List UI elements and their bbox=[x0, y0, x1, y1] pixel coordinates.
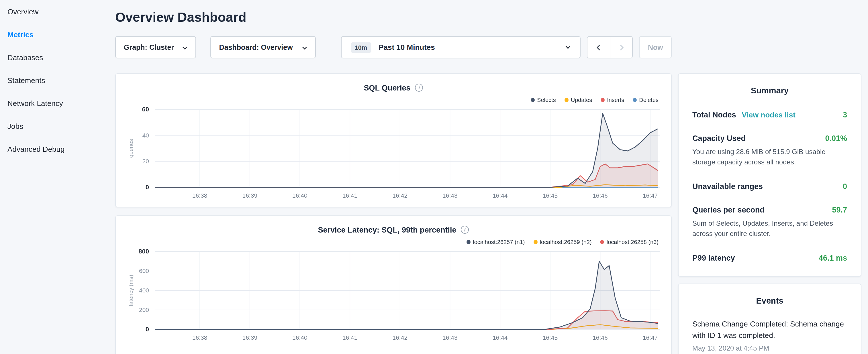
summary-description: Sum of Selects, Updates, Inserts, and De… bbox=[692, 218, 847, 239]
chart-title: SQL Queries bbox=[364, 83, 410, 92]
svg-text:16:39: 16:39 bbox=[242, 192, 258, 199]
svg-text:16:47: 16:47 bbox=[643, 192, 658, 199]
svg-text:16:40: 16:40 bbox=[292, 334, 308, 341]
chart-legend: localhost:26257 (n1)localhost:26259 (n2)… bbox=[125, 238, 658, 246]
info-icon[interactable]: i bbox=[461, 226, 469, 234]
chevron-down-icon bbox=[183, 43, 188, 51]
app-root: Overview Metrics Databases Statements Ne… bbox=[0, 0, 868, 354]
chart-canvas: 020040060080016:3816:3916:4016:4116:4216… bbox=[125, 247, 663, 345]
svg-text:200: 200 bbox=[139, 307, 149, 313]
summary-label: Capacity Used bbox=[692, 134, 746, 142]
svg-text:16:44: 16:44 bbox=[493, 334, 508, 341]
summary-description: You are using 28.6 MiB of 515.9 GiB usab… bbox=[692, 147, 847, 167]
summary-row-unavailable-ranges: Unavailable ranges 0 bbox=[692, 182, 847, 191]
sidebar-item-advanced-debug[interactable]: Advanced Debug bbox=[0, 137, 109, 160]
svg-text:16:46: 16:46 bbox=[593, 192, 608, 199]
events-title: Events bbox=[692, 296, 847, 306]
summary-label: P99 latency bbox=[692, 254, 735, 262]
chevron-down-icon bbox=[302, 43, 307, 51]
svg-text:0: 0 bbox=[146, 326, 149, 333]
legend-dot-icon bbox=[564, 98, 568, 102]
sidebar-item-label: Advanced Debug bbox=[7, 144, 65, 153]
time-forward-button[interactable] bbox=[610, 37, 632, 58]
dashboard-dropdown[interactable]: Dashboard: Overview bbox=[211, 36, 316, 58]
sidebar-item-jobs[interactable]: Jobs bbox=[0, 115, 109, 137]
summary-value: 46.1 ms bbox=[819, 254, 847, 262]
chart-title-row: SQL Queries i bbox=[125, 82, 662, 93]
time-range-selector[interactable]: 10m Past 10 Minutes bbox=[341, 36, 581, 58]
svg-text:16:40: 16:40 bbox=[292, 192, 308, 199]
summary-value: 0 bbox=[843, 182, 847, 191]
time-back-button[interactable] bbox=[587, 37, 610, 58]
sidebar-item-metrics[interactable]: Metrics bbox=[0, 23, 109, 46]
sidebar-item-label: Jobs bbox=[7, 122, 23, 130]
legend-dot-icon bbox=[534, 240, 537, 244]
svg-text:60: 60 bbox=[142, 106, 149, 113]
legend-item: Deletes bbox=[633, 97, 658, 103]
dashboard-dropdown-label: Dashboard: Overview bbox=[219, 43, 293, 51]
legend-dot-icon bbox=[467, 240, 470, 244]
sidebar-item-label: Overview bbox=[7, 7, 38, 16]
chart-canvas: 020406016:3816:3916:4016:4116:4216:4316:… bbox=[125, 105, 663, 203]
svg-text:16:45: 16:45 bbox=[543, 192, 558, 199]
summary-title: Summary bbox=[692, 85, 847, 96]
svg-text:20: 20 bbox=[143, 158, 149, 164]
svg-text:16:42: 16:42 bbox=[393, 334, 408, 341]
time-window-label: Past 10 Minutes bbox=[378, 43, 435, 52]
svg-text:16:46: 16:46 bbox=[593, 334, 608, 341]
event-timestamp: May 13, 2020 at 4:45 PM bbox=[692, 345, 847, 353]
chart-title-row: Service Latency: SQL, 99th percentile i bbox=[125, 224, 662, 235]
sidebar-item-databases[interactable]: Databases bbox=[0, 46, 109, 69]
sidebar-item-label: Network Latency bbox=[7, 99, 63, 107]
view-nodes-list-link[interactable]: View nodes list bbox=[742, 110, 796, 119]
svg-text:latency (ms): latency (ms) bbox=[128, 275, 134, 306]
info-icon[interactable]: i bbox=[415, 84, 423, 92]
legend-dot-icon bbox=[633, 98, 637, 102]
sidebar-item-overview[interactable]: Overview bbox=[0, 0, 109, 23]
svg-text:16:38: 16:38 bbox=[192, 192, 208, 199]
svg-text:16:38: 16:38 bbox=[192, 334, 208, 341]
time-window-badge: 10m bbox=[350, 42, 371, 53]
svg-text:600: 600 bbox=[139, 267, 149, 274]
svg-text:16:39: 16:39 bbox=[242, 334, 258, 341]
legend-item: Updates bbox=[564, 97, 592, 103]
summary-value: 0.01% bbox=[825, 134, 847, 142]
svg-text:16:41: 16:41 bbox=[342, 334, 358, 341]
summary-panel: Summary Total Nodes View nodes list 3 Ca… bbox=[678, 73, 861, 277]
chart-legend: SelectsUpdatesInsertsDeletes bbox=[125, 96, 658, 104]
sidebar-item-network-latency[interactable]: Network Latency bbox=[0, 92, 109, 115]
legend-item: localhost:26259 (n2) bbox=[534, 238, 592, 245]
svg-text:16:43: 16:43 bbox=[442, 192, 458, 199]
now-button-label: Now bbox=[648, 43, 663, 51]
summary-value: 3 bbox=[843, 110, 847, 119]
toolbar: Graph: Cluster Dashboard: Overview 10m P… bbox=[115, 36, 672, 58]
service-latency-chart-plot: 020040060080016:3816:3916:4016:4116:4216… bbox=[125, 247, 662, 345]
sidebar: Overview Metrics Databases Statements Ne… bbox=[0, 0, 109, 160]
svg-text:16:45: 16:45 bbox=[543, 334, 558, 341]
legend-item: localhost:26257 (n1) bbox=[467, 238, 525, 245]
svg-text:16:43: 16:43 bbox=[442, 334, 458, 341]
now-button[interactable]: Now bbox=[639, 36, 672, 58]
right-panel: Summary Total Nodes View nodes list 3 Ca… bbox=[678, 73, 861, 354]
main-content: Overview Dashboard Graph: Cluster Dashbo… bbox=[115, 0, 672, 354]
sidebar-item-label: Metrics bbox=[7, 30, 34, 39]
sidebar-item-label: Statements bbox=[7, 76, 45, 85]
svg-text:16:47: 16:47 bbox=[643, 334, 658, 341]
sql-queries-chart-plot: 020406016:3816:3916:4016:4116:4216:4316:… bbox=[125, 105, 662, 203]
sidebar-item-statements[interactable]: Statements bbox=[0, 69, 109, 92]
summary-label: Total Nodes bbox=[692, 110, 736, 119]
sidebar-item-label: Databases bbox=[7, 53, 43, 62]
legend-item: localhost:26258 (n3) bbox=[600, 238, 658, 245]
graph-dropdown[interactable]: Graph: Cluster bbox=[115, 36, 196, 58]
graph-dropdown-label: Graph: Cluster bbox=[124, 43, 174, 51]
svg-text:queries: queries bbox=[128, 139, 134, 158]
svg-text:0: 0 bbox=[146, 184, 149, 191]
legend-item: Selects bbox=[531, 97, 556, 103]
svg-text:16:42: 16:42 bbox=[393, 192, 408, 199]
events-panel: Events Schema Change Completed: Schema c… bbox=[678, 284, 861, 354]
summary-row-capacity-used: Capacity Used 0.01% You are using 28.6 M… bbox=[692, 134, 847, 167]
legend-dot-icon bbox=[601, 98, 604, 102]
legend-dot-icon bbox=[531, 98, 535, 102]
event-item: Schema Change Completed: Schema change w… bbox=[692, 319, 847, 342]
legend-item: Inserts bbox=[601, 97, 624, 103]
